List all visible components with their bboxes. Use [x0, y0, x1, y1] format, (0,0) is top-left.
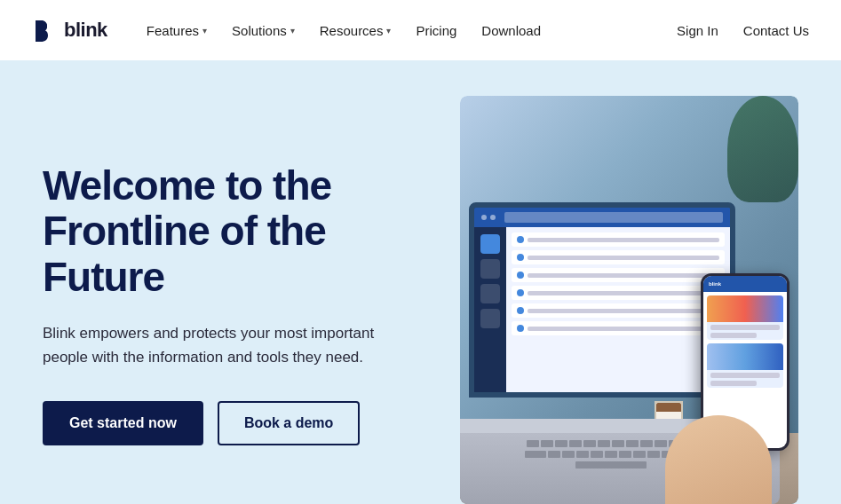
chevron-down-icon: ▾ [202, 26, 207, 35]
nav-resources[interactable]: Resources ▾ [309, 16, 402, 45]
book-demo-button[interactable]: Book a demo [218, 401, 360, 445]
nav-links: Features ▾ Solutions ▾ Resources ▾ Prici… [136, 16, 673, 45]
key [640, 440, 653, 447]
key [541, 440, 553, 447]
list-item [512, 321, 725, 335]
list-text [528, 291, 719, 295]
key [583, 440, 596, 447]
phone-post-bar [710, 325, 780, 330]
spacebar-key [575, 461, 647, 469]
nav-right: Sign In Contact Us [673, 16, 813, 45]
sidebar-item [480, 234, 500, 254]
navbar: blink Features ▾ Solutions ▾ Resources ▾… [0, 0, 841, 60]
laptop-screen [469, 202, 735, 398]
list-item [512, 232, 725, 247]
key [569, 440, 582, 447]
list-item [512, 286, 725, 300]
sidebar-item [480, 259, 500, 279]
list-item [512, 250, 725, 264]
get-started-button[interactable]: Get started now [43, 401, 203, 445]
app-body [474, 227, 730, 392]
key [626, 440, 639, 447]
phone-post-image [707, 295, 783, 322]
key [591, 451, 603, 458]
sidebar-item [480, 309, 500, 328]
chevron-down-icon: ▾ [290, 26, 295, 35]
phone-topbar-text: blink [709, 281, 721, 287]
phone-content [703, 292, 787, 395]
phone-post [707, 343, 783, 388]
nav-features[interactable]: Features ▾ [136, 16, 218, 45]
sidebar-item [480, 284, 500, 303]
nav-pricing[interactable]: Pricing [405, 16, 467, 45]
key [548, 451, 560, 458]
phone-post-bar [710, 333, 757, 338]
key [647, 451, 660, 458]
laptop-screen-inner [474, 208, 730, 392]
key [562, 451, 575, 458]
hero-content: Welcome to the Frontline of the Future B… [43, 154, 424, 446]
list-item [512, 268, 725, 282]
hero-title: Welcome to the Frontline of the Future [43, 163, 424, 301]
phone-post-image [707, 343, 783, 370]
logo-icon [28, 15, 59, 45]
key [612, 440, 624, 447]
list-item [512, 303, 725, 318]
nav-download[interactable]: Download [471, 16, 551, 45]
key [527, 440, 539, 447]
logo-text: blink [64, 19, 107, 42]
list-text [528, 238, 719, 242]
key [525, 451, 546, 458]
topbar-search [504, 212, 723, 223]
topbar-dot [490, 215, 496, 220]
app-topbar [474, 208, 730, 227]
plant-decoration [727, 96, 798, 202]
nav-contact[interactable]: Contact Us [740, 16, 813, 45]
list-dot [517, 272, 524, 279]
phone-post-bar [710, 373, 780, 378]
key [598, 440, 610, 447]
hero-mockup: blink [460, 96, 798, 504]
list-dot [517, 254, 524, 261]
app-sidebar [474, 227, 506, 392]
phone-post [707, 295, 783, 340]
list-text [528, 327, 719, 331]
hero-image: blink [460, 96, 798, 504]
key [555, 440, 567, 447]
list-dot [517, 307, 524, 314]
phone-post-bar [710, 381, 757, 386]
key [605, 451, 617, 458]
nav-solutions[interactable]: Solutions ▾ [221, 16, 305, 45]
hero-subtitle: Blink empowers and protects your most im… [43, 321, 380, 369]
nav-signin[interactable]: Sign In [673, 16, 722, 45]
app-main [506, 227, 730, 392]
list-text [528, 309, 719, 313]
hero-buttons: Get started now Book a demo [43, 401, 424, 445]
topbar-dot [481, 215, 487, 220]
hero-section: Welcome to the Frontline of the Future B… [0, 60, 841, 504]
logo-link[interactable]: blink [28, 15, 107, 45]
key [619, 451, 631, 458]
key [655, 440, 667, 447]
list-dot [517, 236, 524, 243]
chevron-down-icon: ▾ [386, 26, 391, 35]
list-dot [517, 289, 524, 296]
phone-topbar: blink [703, 276, 787, 292]
list-dot [517, 325, 524, 332]
key [633, 451, 646, 458]
list-text [528, 256, 719, 260]
list-text [528, 273, 719, 278]
key [576, 451, 589, 458]
